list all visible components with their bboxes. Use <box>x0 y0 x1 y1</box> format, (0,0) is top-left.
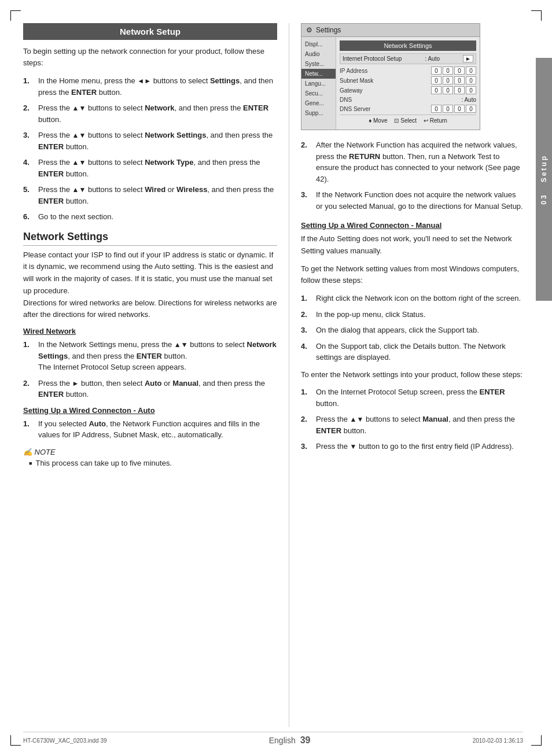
step-num-1: 1. <box>23 75 36 98</box>
note-item-1: This process can take up to five minutes… <box>23 459 277 467</box>
enter-step-3: 3. Press the ▼ button to go to the first… <box>301 441 523 452</box>
corner-mark-tl <box>10 10 21 21</box>
footer-select: ⊡ Select <box>394 117 417 124</box>
step-text-4: Press the ▲▼ buttons to select Network T… <box>38 157 277 179</box>
ip-address-row: IP Address 0 0 0 0 <box>340 67 476 75</box>
sidebar-audio: Audio <box>301 49 336 59</box>
enter-step-text-3: Press the ▼ button to go to the first en… <box>316 441 514 452</box>
step-num-6: 6. <box>23 211 36 223</box>
side-tab: 03 Setup <box>536 58 552 301</box>
settings-title-bar: ⚙ Settings <box>301 24 480 37</box>
sidebar-display: Displ... <box>301 39 336 49</box>
enter-step-2: 2. Press the ▲▼ buttons to select Manual… <box>301 414 523 436</box>
arrow-ud-icon-2: ▲▼ <box>72 131 86 139</box>
manual-step-text-1: Right click the Network icon on the bott… <box>316 293 521 304</box>
footer-move: ♦ Move <box>369 117 387 124</box>
manual-step-2: 2. In the pop-up menu, click Status. <box>301 309 523 320</box>
footer-return: ↩ Return <box>424 117 447 124</box>
sidebar-security: Secu... <box>301 88 336 98</box>
network-setup-title: Network Setup <box>23 23 277 40</box>
auto-connection-title: Setting Up a Wired Connecton - Auto <box>23 406 277 415</box>
wired-step-num-2: 2. <box>23 378 36 400</box>
wired-step-text-2: Press the ► button, then select Auto or … <box>38 378 277 400</box>
subnet-row: Subnet Mask 0 0 0 0 <box>340 76 476 84</box>
manual-steps-list: 1. Right click the Network icon on the b… <box>301 293 523 363</box>
protocol-value: : Auto <box>425 56 440 62</box>
dns-section: DNS : Auto DNS Server 0 0 0 0 <box>340 97 476 113</box>
setup-step-4: 4. Press the ▲▼ buttons to select Networ… <box>23 157 277 179</box>
arrow-down-icon: ▼ <box>350 442 357 451</box>
sidebar-system: Syste... <box>301 59 336 69</box>
right-step-num-3: 3. <box>301 189 314 212</box>
note-text-1: This process can take up to five minutes… <box>35 459 172 467</box>
enter-step-num-3: 3. <box>301 441 314 452</box>
ip-cell-2: 0 <box>443 67 453 75</box>
enter-step-1: 1. On the Internet Protocol Setup screen… <box>301 386 523 409</box>
right-steps-list: 2. After the Network Function has acquir… <box>301 139 523 212</box>
gateway-label: Gateway <box>340 87 380 94</box>
manual-step-num-2: 2. <box>301 309 314 320</box>
gear-icon: ⚙ <box>306 26 312 34</box>
dns-cell-3: 0 <box>454 105 465 113</box>
gateway-value: 0 0 0 0 <box>431 86 476 94</box>
sidebar-network: Netw... <box>301 69 336 79</box>
manual-step-3: 3. On the dialog that appears, click the… <box>301 324 523 336</box>
subnet-value: 0 0 0 0 <box>431 76 476 84</box>
dns-server-label: DNS Server <box>340 106 380 112</box>
right-step-text-2: After the Network Function has acquired … <box>316 139 523 185</box>
dns-server-row: DNS Server 0 0 0 0 <box>340 105 476 113</box>
page-number-block: English 39 <box>269 735 311 746</box>
protocol-label: Internet Protocol Setup <box>343 56 402 62</box>
wired-step-2: 2. Press the ► button, then select Auto … <box>23 378 277 400</box>
note-block: ✍ NOTE This process can take up to five … <box>23 448 277 467</box>
step-text-1: In the Home menu, press the ◄► buttons t… <box>38 75 277 98</box>
ip-cell-4: 0 <box>466 67 476 75</box>
step-text-3: Press the ▲▼ buttons to select Network S… <box>38 130 277 152</box>
right-step-text-3: If the Network Function does not acquire… <box>316 189 523 212</box>
page-number: 39 <box>300 735 311 746</box>
ip-cell-1: 0 <box>431 67 441 75</box>
arrow-ud-icon-4: ▲▼ <box>72 186 86 194</box>
arrow-ud-icon-3: ▲▼ <box>72 158 86 167</box>
settings-sidebar: Displ... Audio Syste... Netw... Langu...… <box>301 37 336 130</box>
enter-step-num-1: 1. <box>301 386 314 409</box>
arrow-ud-icon: ▲▼ <box>72 104 86 112</box>
network-settings-mockup-title: Network Settings <box>340 40 476 51</box>
arrow-ud-icon-6: ▲▼ <box>350 415 364 423</box>
gateway-row: Gateway 0 0 0 0 <box>340 86 476 94</box>
manual-step-num-4: 4. <box>301 341 314 363</box>
corner-mark-bl <box>10 735 21 746</box>
subnet-cell-3: 0 <box>454 76 465 84</box>
setup-steps-list: 1. In the Home menu, press the ◄► button… <box>23 75 277 223</box>
wired-step-1: 1. In the Network Settings menu, press t… <box>23 339 277 373</box>
settings-footer: ♦ Move ⊡ Select ↩ Return <box>340 115 476 126</box>
footer-right-text: 2010-02-03 1:36:13 <box>473 737 523 744</box>
protocol-arrow-icon: ► <box>463 55 473 62</box>
step-num-4: 4. <box>23 157 36 179</box>
subnet-cell-1: 0 <box>431 76 441 84</box>
dns-cell-4: 0 <box>466 105 476 113</box>
protocol-row: Internet Protocol Setup : Auto ► <box>340 53 476 64</box>
dns-row: DNS : Auto <box>340 97 476 103</box>
settings-mockup: ⚙ Settings Displ... Audio Syste... Netw.… <box>301 23 480 130</box>
subnet-label: Subnet Mask <box>340 78 380 84</box>
wired-network-title: Wired Network <box>23 327 277 335</box>
side-tab-text: 03 Setup <box>540 154 548 205</box>
intro-text: To begin setting up the network connecti… <box>23 46 277 68</box>
subnet-cell-4: 0 <box>466 76 476 84</box>
arrow-ud-icon-5: ▲▼ <box>174 341 188 349</box>
enter-step-text-2: Press the ▲▼ buttons to select Manual, a… <box>316 414 523 436</box>
page-footer: HT-C6730W_XAC_0203.indd 39 English 39 20… <box>23 732 523 746</box>
step-text-6: Go to the next section. <box>38 211 113 223</box>
dns-label: DNS <box>340 97 380 103</box>
right-column: ⚙ Settings Displ... Audio Syste... Netw.… <box>289 23 523 727</box>
footer-left-text: HT-C6730W_XAC_0203.indd 39 <box>23 737 107 744</box>
dns-server-value: 0 0 0 0 <box>431 105 476 113</box>
wired-steps-list: 1. In the Network Settings menu, press t… <box>23 339 277 400</box>
right-step-3: 3. If the Network Function does not acqu… <box>301 189 523 212</box>
network-settings-section-title: Network Settings <box>23 231 277 246</box>
step-text-5: Press the ▲▼ buttons to select Wired or … <box>38 184 277 206</box>
manual-connection-title: Setting Up a Wired Connecton - Manual <box>301 221 523 230</box>
manual-step-text-2: In the pop-up menu, click Status. <box>316 309 425 320</box>
ip-cell-3: 0 <box>454 67 465 75</box>
